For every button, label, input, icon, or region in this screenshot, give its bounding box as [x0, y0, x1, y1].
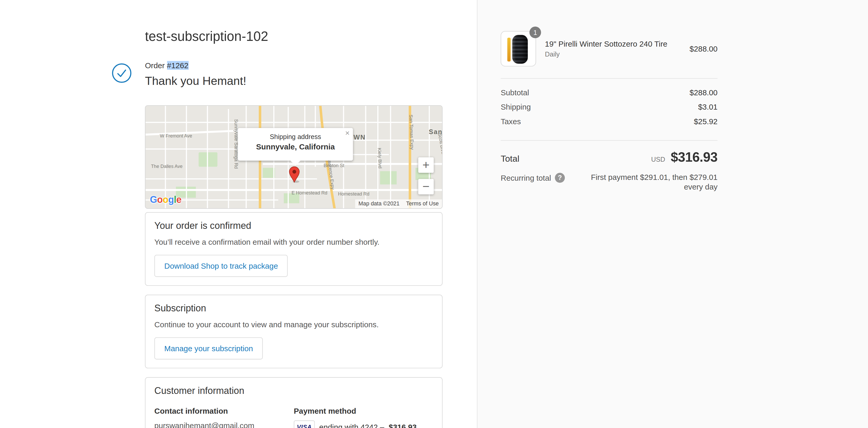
subscription-title: Subscription	[154, 303, 433, 314]
map-info-window: × Shipping address Sunnyvale, California	[238, 128, 353, 161]
svg-text:Benton St: Benton St	[324, 163, 344, 168]
quantity-badge: 1	[529, 27, 541, 38]
main-column: test-subscription-102 Order #1262 Thank …	[0, 0, 477, 428]
contact-info-heading: Contact information	[154, 407, 294, 416]
order-label: Order	[145, 61, 167, 70]
order-summary: 1 19" Pirelli Winter Sottozero 240 Tire …	[501, 31, 717, 192]
shipping-address-label: Shipping address	[238, 133, 353, 141]
svg-text:WN: WN	[353, 134, 366, 141]
subtotal-value: $288.00	[690, 88, 718, 97]
payment-method-heading: Payment method	[294, 407, 433, 416]
taxes-value: $25.92	[694, 117, 717, 126]
product-thumbnail: 1	[501, 31, 536, 66]
contact-info-column: Contact information purswanihemant@gmail…	[154, 407, 294, 428]
map-data-copyright: Map data ©2021	[359, 200, 400, 206]
totals-rows: Subtotal $288.00 Shipping $3.01 Taxes $2…	[501, 85, 717, 129]
map-zoom-controls: + −	[418, 157, 434, 195]
svg-text:E Homestead Rd: E Homestead Rd	[291, 190, 328, 196]
store-name: test-subscription-102	[145, 29, 442, 45]
currency-code: USD	[651, 156, 665, 164]
download-shop-button[interactable]: Download Shop to track package	[154, 255, 288, 277]
customer-info-columns: Contact information purswanihemant@gmail…	[154, 407, 433, 428]
total-amount: $316.93	[671, 149, 717, 164]
summary-divider	[501, 78, 717, 79]
subscription-card: Subscription Continue to your account to…	[145, 295, 442, 368]
recurring-total-value: First payment $291.01, then $279.01 ever…	[591, 173, 718, 192]
subtotal-row: Subtotal $288.00	[501, 85, 717, 100]
svg-text:San: San	[429, 128, 442, 135]
order-number: #1262	[167, 61, 188, 70]
svg-text:Homestead Rd: Homestead Rd	[338, 191, 370, 197]
subscription-body: Continue to your account to view and man…	[154, 320, 433, 330]
svg-text:Kiely Blvd: Kiely Blvd	[377, 148, 383, 168]
google-logo[interactable]: Google	[150, 195, 182, 206]
payment-method-column: Payment method VISA ending with 4242 – $…	[294, 407, 433, 428]
total-label: Total	[501, 154, 519, 164]
product-info: 19" Pirelli Winter Sottozero 240 Tire Da…	[536, 39, 684, 58]
shipping-value: $3.01	[698, 103, 718, 111]
zoom-in-button[interactable]: +	[418, 157, 434, 173]
product-title: 19" Pirelli Winter Sottozero 240 Tire	[545, 39, 684, 49]
order-number-line: Order #1262	[145, 61, 442, 70]
order-confirmed-card: Your order is confirmed You’ll receive a…	[145, 212, 442, 286]
taxes-row: Taxes $25.92	[501, 114, 717, 129]
shipping-label: Shipping	[501, 103, 531, 111]
close-icon[interactable]: ×	[345, 129, 349, 138]
recurring-line-2: every day	[591, 182, 718, 192]
checkmark-circle-icon	[112, 63, 132, 83]
payment-amount: $316.93	[389, 423, 417, 428]
svg-text:The Dalles Ave: The Dalles Ave	[151, 164, 183, 169]
recurring-total-label: Recurring total	[501, 173, 551, 182]
recurring-total-row: Recurring total ? First payment $291.01,…	[501, 173, 717, 192]
shipping-row: Shipping $3.01	[501, 100, 717, 114]
help-icon[interactable]: ?	[555, 173, 565, 183]
order-status-page: test-subscription-102 Order #1262 Thank …	[0, 0, 868, 428]
order-summary-sidebar: 1 19" Pirelli Winter Sottozero 240 Tire …	[477, 0, 868, 428]
product-frequency: Daily	[545, 51, 684, 58]
manage-subscription-button[interactable]: Manage your subscription	[154, 337, 263, 360]
recurring-line-1: First payment $291.01, then $279.01	[591, 173, 718, 182]
map-attribution: Map data ©2021 Terms of Use	[355, 199, 442, 208]
payment-method-line: VISA ending with 4242 – $316.93	[294, 421, 433, 428]
tire-accent-stripe	[507, 38, 511, 61]
shipping-map[interactable]: W Fremont AveThe Dalles AveSunnyvale Sar…	[145, 105, 442, 209]
order-header: Order #1262 Thank you Hemant!	[145, 61, 442, 87]
contact-email: purswanihemant@gmail.com	[154, 421, 294, 428]
customer-info-title: Customer information	[154, 386, 433, 397]
order-confirmed-title: Your order is confirmed	[154, 221, 433, 232]
subtotal-label: Subtotal	[501, 88, 529, 97]
shipping-address-city: Sunnyvale, California	[238, 142, 353, 151]
summary-divider-2	[501, 140, 717, 141]
terms-of-use-link[interactable]: Terms of Use	[406, 200, 439, 206]
svg-text:W Fremont Ave: W Fremont Ave	[160, 133, 192, 139]
product-price: $288.00	[690, 44, 718, 53]
total-row: Total USD$316.93	[501, 149, 717, 165]
payment-card-text: ending with 4242 –	[319, 423, 384, 428]
recurring-total-left: Recurring total ?	[501, 173, 565, 183]
visa-card-icon: VISA	[294, 421, 315, 428]
tire-image	[512, 35, 528, 64]
customer-info-card: Customer information Contact information…	[145, 377, 442, 428]
taxes-label: Taxes	[501, 117, 521, 126]
thank-you-heading: Thank you Hemant!	[145, 74, 442, 87]
line-item: 1 19" Pirelli Winter Sottozero 240 Tire …	[501, 31, 717, 66]
order-confirmed-body: You’ll receive a confirmation email with…	[154, 237, 433, 247]
total-amount-group: USD$316.93	[651, 149, 717, 165]
zoom-out-button[interactable]: −	[418, 179, 434, 195]
main-content: test-subscription-102 Order #1262 Thank …	[145, 0, 442, 428]
